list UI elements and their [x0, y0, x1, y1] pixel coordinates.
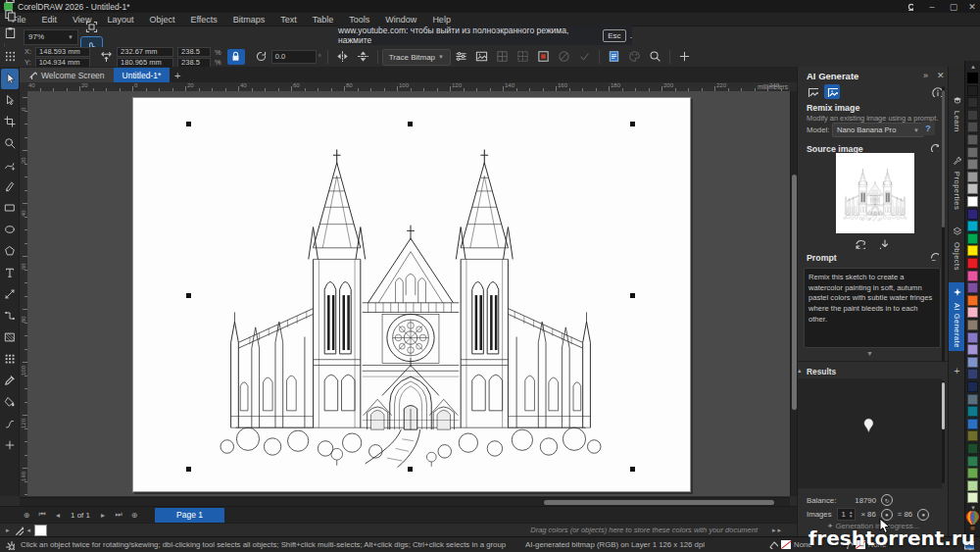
refresh-balance-icon[interactable]: ↻ [881, 494, 893, 506]
selection-handle[interactable] [186, 122, 191, 126]
palette-swatch[interactable] [967, 183, 978, 194]
menu-bitmaps[interactable]: Bitmaps [225, 13, 273, 26]
palette-swatch[interactable] [967, 73, 978, 83]
palette-swatch[interactable] [967, 233, 978, 244]
adjust-settings-button[interactable] [451, 48, 471, 66]
document-page[interactable] [132, 97, 691, 492]
source-image-thumbnail[interactable] [836, 153, 914, 233]
mesh-frame-button[interactable] [513, 48, 533, 66]
palette-swatch[interactable] [967, 295, 978, 306]
info-icon[interactable] [931, 86, 942, 99]
pick-tool[interactable] [1, 69, 19, 89]
stepper-carets-icon[interactable]: ▲▼ [849, 511, 853, 518]
results-scrollbar[interactable] [942, 380, 945, 483]
palette-swatch[interactable] [967, 282, 978, 293]
ellipse-tool[interactable] [1, 220, 19, 240]
palette-swatch[interactable] [967, 344, 978, 355]
add-page-start-button[interactable]: ⊕ [20, 509, 33, 522]
model-select[interactable]: Nano Banana Pro ▼ [832, 123, 924, 137]
palette-swatch[interactable] [967, 221, 978, 231]
menu-layout[interactable]: Layout [99, 13, 141, 26]
eyedropper-tool[interactable] [1, 371, 19, 391]
remove-background-button[interactable] [554, 48, 574, 66]
y-position-field[interactable]: 104.934 mm [35, 58, 90, 68]
palette-swatch[interactable] [967, 271, 978, 281]
panel-scrollbar-thumb[interactable] [942, 90, 945, 227]
zoom-tool[interactable] [1, 133, 19, 154]
plus-tool-button[interactable] [674, 48, 695, 66]
menu-help[interactable]: Help [424, 13, 459, 26]
mirror-horizontal-button[interactable] [332, 48, 353, 66]
palette-scroll-up-icon[interactable]: ▴ [965, 63, 980, 71]
scale-h-field[interactable]: 238.5 [177, 47, 211, 57]
dock-tab-objects[interactable]: Objects [949, 222, 965, 276]
collapse-panel-icon[interactable]: » [923, 71, 928, 80]
compress-bitmap-button[interactable] [533, 48, 554, 66]
dock-tab-learn[interactable]: Learn [949, 90, 965, 145]
shape-tool[interactable] [1, 90, 19, 111]
selection-handle[interactable] [630, 122, 635, 126]
model-help-button[interactable]: ? [921, 122, 935, 135]
page-1-tab[interactable]: Page 1 [155, 508, 224, 523]
prev-page-button[interactable]: ◂ [51, 509, 65, 522]
drawing-canvas[interactable] [27, 91, 790, 496]
x-position-field[interactable]: 148.593 mm [35, 47, 90, 57]
selection-handle[interactable] [630, 467, 635, 472]
dock-tab-ai-generate[interactable]: AI Generate [949, 282, 965, 351]
fullscreen-preview-button[interactable] [81, 20, 102, 37]
tab-welcome-screen[interactable]: Welcome Screen [20, 68, 114, 82]
results-scrollbar-thumb[interactable] [942, 382, 945, 429]
menu-tools[interactable]: Tools [341, 13, 377, 26]
check-mark-button[interactable] [574, 48, 595, 66]
palette-swatch[interactable] [967, 122, 978, 132]
height-field[interactable]: 180.965 mm [117, 58, 173, 68]
palette-swatch[interactable] [967, 332, 978, 343]
width-field[interactable]: 232.67 mm [117, 47, 173, 57]
prompt-textarea[interactable]: Remix this sketch to create a watercolor… [804, 268, 941, 348]
next-page-button[interactable]: ▸ [96, 509, 110, 522]
first-page-button[interactable]: ⏮ [35, 509, 49, 522]
menu-edit[interactable]: Edit [34, 13, 66, 26]
pen-tool[interactable] [1, 176, 19, 197]
trace-bitmap-button[interactable]: Trace Bitmap ▼ [382, 49, 451, 66]
restore-button[interactable]: ▢ [943, 0, 964, 13]
import-image-icon[interactable] [878, 238, 889, 251]
last-page-button[interactable]: ⏭ [112, 509, 125, 522]
palette-swatch[interactable] [967, 196, 978, 207]
palette-swatch[interactable] [967, 406, 978, 417]
palette-swatch[interactable] [967, 85, 978, 96]
palette-swatch[interactable] [967, 369, 978, 379]
zoom-level-select[interactable]: 97% ▼ [24, 29, 78, 45]
text-tool[interactable] [1, 263, 19, 283]
mirror-vertical-button[interactable] [353, 48, 373, 66]
replace-image-icon[interactable] [855, 238, 865, 251]
palette-swatch[interactable] [967, 258, 978, 269]
palette-swatch[interactable] [967, 97, 978, 108]
minimize-button[interactable]: – [921, 0, 943, 13]
palette-swatch[interactable] [967, 172, 978, 182]
reset-prompt-icon[interactable] [929, 251, 939, 263]
horizontal-scrollbar-thumb[interactable] [544, 500, 774, 505]
refresh-source-icon[interactable] [929, 142, 939, 154]
scroll-right-icon[interactable]: ▸ ▸ [772, 527, 781, 534]
text-to-image-mode-button[interactable] [805, 84, 820, 99]
palette-swatch[interactable] [967, 134, 978, 145]
edit-bitmap-button[interactable] [471, 48, 492, 66]
close-panel-icon[interactable]: ✕ [937, 71, 945, 80]
palette-swatch[interactable] [967, 147, 978, 158]
add-tool[interactable] [1, 435, 19, 456]
scroll-left-icon[interactable]: ◂ [27, 527, 31, 534]
palette-swatch[interactable] [967, 456, 978, 467]
palette-swatch[interactable] [967, 419, 978, 429]
menu-window[interactable]: Window [377, 13, 424, 26]
palette-swatch[interactable] [967, 209, 978, 220]
scale-v-field[interactable]: 238.5 [177, 58, 211, 68]
pattern-tool[interactable] [1, 349, 19, 370]
palette-swatch[interactable] [967, 357, 978, 368]
art-style-button[interactable] [624, 48, 645, 66]
smart-drawing-tool[interactable] [1, 414, 19, 434]
inspect-zoom-button[interactable] [645, 48, 665, 66]
menu-effects[interactable]: Effects [182, 13, 224, 26]
palette-swatch[interactable] [967, 320, 978, 330]
selection-handle[interactable] [408, 467, 413, 472]
